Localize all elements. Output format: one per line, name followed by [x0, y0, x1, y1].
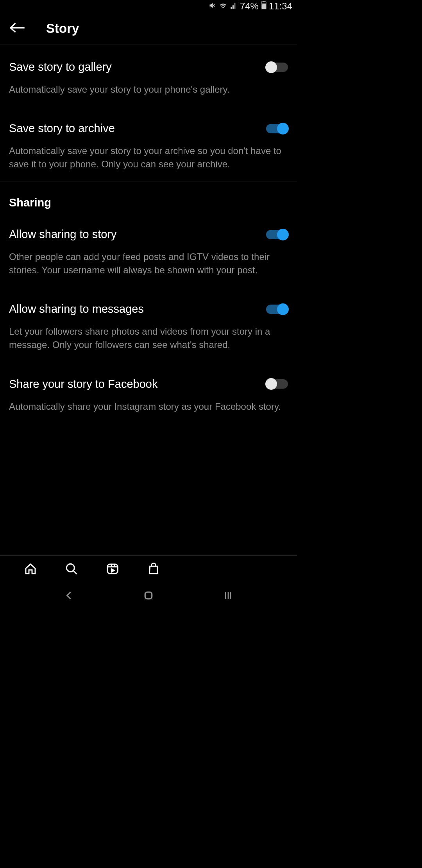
status-bar: 74% 11:34 [0, 0, 297, 13]
page-title: Story [46, 21, 79, 36]
toggle-share-facebook[interactable] [266, 379, 288, 389]
android-back[interactable] [64, 590, 74, 602]
setting-allow-share-messages[interactable]: Allow sharing to messages [9, 287, 288, 316]
toggle-save-archive[interactable] [266, 124, 288, 133]
back-icon[interactable] [10, 22, 25, 35]
android-recents[interactable] [223, 590, 233, 602]
mute-icon [209, 1, 216, 12]
nav-home[interactable] [10, 563, 51, 575]
svg-point-3 [66, 564, 74, 572]
toggle-allow-share-story[interactable] [266, 230, 288, 239]
battery-icon [261, 1, 266, 12]
setting-title: Allow sharing to messages [9, 303, 144, 316]
setting-title: Save story to gallery [9, 61, 112, 74]
clock-text: 11:34 [269, 1, 292, 12]
setting-desc: Automatically share your Instagram story… [9, 391, 288, 418]
setting-title: Save story to archive [9, 122, 115, 135]
setting-save-gallery[interactable]: Save story to gallery [9, 45, 288, 74]
setting-title: Allow sharing to story [9, 228, 117, 241]
nav-search[interactable] [51, 563, 92, 575]
setting-allow-share-story[interactable]: Allow sharing to story [9, 212, 288, 241]
setting-save-archive[interactable]: Save story to archive [9, 106, 288, 135]
toggle-save-gallery[interactable] [266, 63, 288, 72]
setting-share-facebook[interactable]: Share your story to Facebook [9, 362, 288, 391]
setting-desc: Other people can add your feed posts and… [9, 241, 288, 282]
android-home[interactable] [143, 590, 154, 603]
nav-shop[interactable] [133, 563, 174, 575]
nav-reels[interactable] [92, 563, 133, 575]
svg-rect-2 [262, 4, 266, 9]
toggle-allow-share-messages[interactable] [266, 305, 288, 314]
setting-desc: Automatically save your story to your ph… [9, 74, 288, 101]
svg-rect-5 [145, 592, 152, 599]
setting-desc: Let your followers share photos and vide… [9, 316, 288, 356]
bottom-nav [0, 555, 297, 578]
section-header-sharing: Sharing [9, 181, 288, 212]
android-nav-bar [0, 582, 297, 611]
battery-text: 74% [240, 1, 259, 12]
setting-desc: Automatically save your story to your ar… [9, 135, 288, 176]
header: Story [0, 13, 297, 45]
setting-title: Share your story to Facebook [9, 378, 157, 391]
signal-icon [230, 1, 238, 12]
wifi-icon [219, 1, 227, 12]
